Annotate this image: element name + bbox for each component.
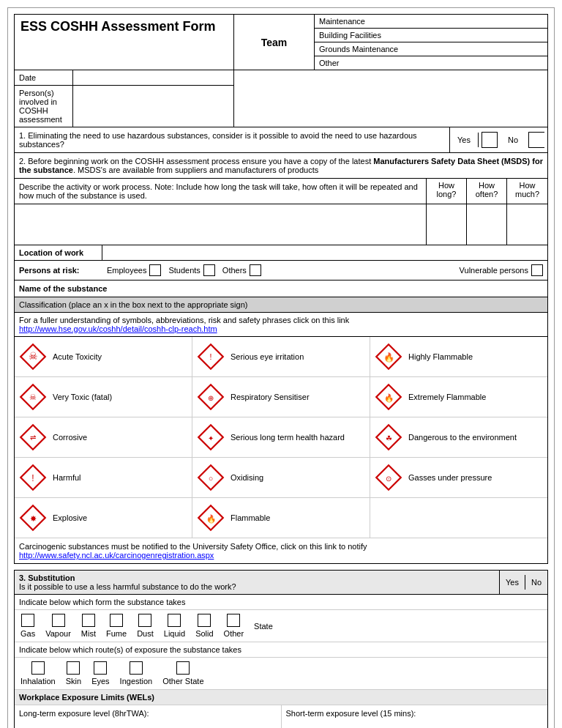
date-label: Date: [15, 70, 73, 85]
q1-text: 1. Eliminating the need to use hazardous…: [15, 127, 449, 152]
highly-flammable-label: Highly Flammable: [408, 352, 473, 361]
form-other: Other: [224, 614, 244, 638]
svg-text:🔥: 🔥: [206, 514, 217, 524]
exp-skin-checkbox[interactable]: [67, 661, 80, 675]
substance-form-label: Indicate below which form the substance …: [15, 595, 547, 610]
q1-yes-checkbox[interactable]: [482, 132, 498, 148]
q1-no-checkbox[interactable]: [528, 132, 544, 148]
coshh-form: ESS COSHH Assessment Form Team Maintenan…: [7, 7, 555, 728]
date-value[interactable]: [73, 75, 233, 81]
students-checkbox[interactable]: [203, 264, 215, 276]
exp-other-state-checkbox[interactable]: [176, 661, 190, 675]
hazard-row-1: ☠ Acute Toxicity ! Serious eye irritatio…: [15, 337, 547, 377]
explosive-icon: ✸: [19, 504, 47, 532]
form-gas-checkbox[interactable]: [21, 614, 34, 627]
info-section: Date Person(s) involved in COSHH assessm…: [14, 70, 548, 127]
form-vapour-label: Vapour: [45, 629, 71, 638]
classification-link[interactable]: http://www.hse.gov.uk/coshh/detail/coshh…: [19, 324, 217, 333]
short-term-exposure: Short-term exposure level (15 mins):: [282, 705, 548, 728]
flammable-label: Flammable: [231, 513, 270, 522]
employees-checkbox[interactable]: [149, 264, 161, 276]
hazard-grid: ☠ Acute Toxicity ! Serious eye irritatio…: [15, 337, 547, 538]
form-state-label: State: [254, 622, 273, 631]
describe-label: Describe the activity or work process. N…: [15, 179, 426, 204]
eye-irritation-label: Serious eye irritation: [231, 352, 304, 361]
respiratory-icon: ⊕: [197, 383, 225, 411]
longterm-icon: ✦: [197, 423, 225, 451]
svg-text:!: !: [31, 473, 34, 483]
location-row: Location of work: [14, 245, 548, 261]
hazard-empty: [370, 498, 547, 538]
form-mist-checkbox[interactable]: [82, 614, 95, 627]
exp-other-state: Other State: [162, 661, 203, 686]
form-fume-checkbox[interactable]: [110, 614, 123, 627]
exp-inhalation: Inhalation: [20, 661, 56, 686]
person-value[interactable]: [73, 86, 233, 127]
describe-outer: Describe the activity or work process. N…: [14, 179, 548, 245]
exp-other-state-label: Other State: [162, 677, 203, 686]
persons-row: Persons at risk: Employees Students Othe…: [14, 261, 548, 281]
others-label: Others: [222, 266, 247, 275]
form-solid-checkbox[interactable]: [198, 614, 211, 627]
classification-link-text: For a fuller understanding of symbols, a…: [19, 316, 349, 324]
hazard-respiratory: ⊕ Respiratory Sensitiser: [192, 377, 370, 417]
location-value[interactable]: [102, 245, 547, 260]
svg-text:✦: ✦: [208, 434, 214, 442]
section3-yesno: Yes No: [499, 571, 547, 594]
person-label: Person(s) involved in COSHH assessment: [15, 86, 73, 127]
svg-text:☠: ☠: [29, 351, 38, 362]
form-liquid-checkbox[interactable]: [168, 614, 181, 627]
exp-ingestion-checkbox[interactable]: [130, 661, 143, 675]
svg-text:○: ○: [209, 474, 213, 483]
form-header: ESS COSHH Assessment Form Team Maintenan…: [14, 14, 548, 70]
form-mist-label: Mist: [81, 629, 96, 638]
wel-section: Workplace Exposure Limits (WELs) Long-te…: [15, 690, 547, 728]
section3-title: 3. Substitution: [19, 573, 495, 582]
corrosive-icon: ⇌: [19, 423, 47, 451]
date-row: Date: [15, 70, 233, 86]
form-state: State: [254, 622, 273, 631]
classification-header: Classification (place an x in the box ne…: [15, 297, 547, 313]
exp-ingestion-label: Ingestion: [120, 677, 153, 686]
exp-eyes-checkbox[interactable]: [94, 661, 107, 675]
others-checkbox[interactable]: [250, 264, 261, 276]
section3-no-label: No: [525, 575, 547, 590]
describe-body-input[interactable]: [15, 204, 426, 245]
longterm-label: Serious long term health hazard: [231, 433, 345, 442]
form-dust-checkbox[interactable]: [138, 614, 151, 627]
vulnerable-group: Vulnerable persons: [460, 264, 543, 276]
form-fume-label: Fume: [106, 629, 127, 638]
carcino-link[interactable]: http://www.safety.ncl.ac.uk/carcinogenre…: [19, 551, 214, 560]
exp-inhalation-checkbox[interactable]: [31, 661, 45, 675]
exp-inhalation-label: Inhalation: [20, 677, 56, 686]
gasses-label: Gasses under pressure: [408, 473, 492, 482]
highly-flammable-icon: 🔥: [375, 343, 402, 371]
name-substance-row: Name of the substance: [14, 281, 548, 297]
environment-icon: ☘: [375, 423, 402, 451]
long-term-exposure: Long-term exposure level (8hrTWA):: [15, 705, 282, 728]
svg-text:⇌: ⇌: [30, 434, 36, 442]
wel-header: Workplace Exposure Limits (WELs): [15, 690, 547, 705]
exp-skin-label: Skin: [66, 677, 81, 686]
form-solid-label: Solid: [195, 629, 213, 638]
how-long-input[interactable]: [427, 204, 467, 245]
substance-form-row: Gas Vapour Mist Fume Dust Liquid: [15, 610, 547, 642]
very-toxic-icon: ☠: [19, 383, 47, 411]
svg-text:✸: ✸: [30, 514, 37, 523]
form-other-checkbox[interactable]: [227, 614, 240, 627]
how-long-col: How long?: [427, 179, 467, 204]
form-mist: Mist: [81, 614, 96, 638]
classification-section: Classification (place an x in the box ne…: [14, 297, 548, 564]
section3-subtitle: Is it possible to use a less harmful sub…: [19, 582, 495, 591]
exposure-label: Indicate below which route(s) of exposur…: [15, 642, 547, 658]
form-other-label: Other: [224, 629, 244, 638]
vulnerable-checkbox[interactable]: [531, 264, 543, 276]
svg-text:⊕: ⊕: [208, 394, 214, 402]
carcino-text: Carcinogenic substances must be notified…: [19, 542, 367, 551]
hazard-explosive: ✸ Explosive: [15, 498, 192, 538]
form-liquid-label: Liquid: [164, 629, 185, 638]
oxidising-label: Oxidising: [231, 473, 263, 482]
how-much-input[interactable]: [507, 204, 547, 245]
how-often-input[interactable]: [467, 204, 507, 245]
form-vapour-checkbox[interactable]: [52, 614, 65, 627]
